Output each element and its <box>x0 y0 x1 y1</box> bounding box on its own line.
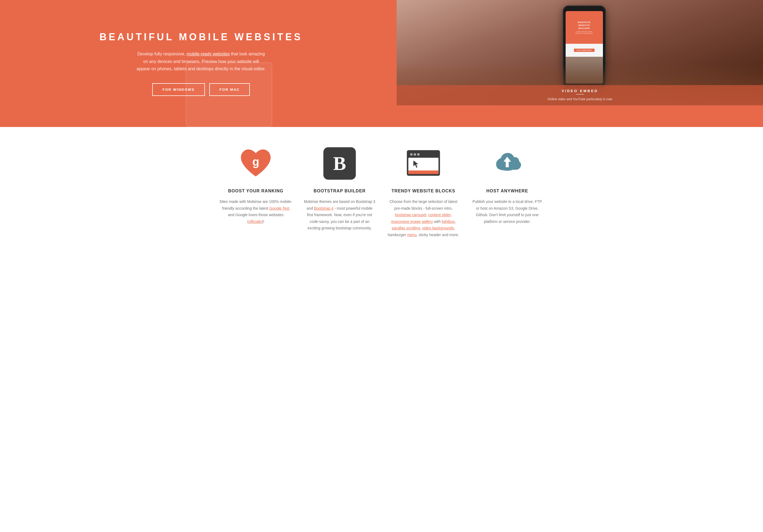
responsive-gallery-link[interactable]: responsive image gallery <box>391 220 433 224</box>
video-bar-title: VIDEO EMBED <box>562 89 598 93</box>
heart-google-icon: g <box>238 146 273 181</box>
feature-trendy-title: TRENDY WEBSITE BLOCKS <box>391 189 455 194</box>
windows-button[interactable]: FOR WINDOWS <box>152 83 205 96</box>
officially-link[interactable]: officially <box>249 220 262 224</box>
feature-host-title: HOST ANYWHERE <box>487 189 528 194</box>
hero-description: Develop fully responsive, mobile-ready w… <box>136 50 266 72</box>
bootstrap-b-icon: B <box>323 147 356 180</box>
cloud-upload-icon <box>490 146 525 181</box>
bootstrap4-link[interactable]: Bootstrap 4 <box>314 206 333 211</box>
features-grid: g BOOST YOUR RANKING Sites made with Mob… <box>219 146 544 238</box>
svg-point-2 <box>410 153 413 155</box>
feature-boost-ranking-title: BOOST YOUR RANKING <box>228 189 283 194</box>
browser-window-icon <box>406 146 441 181</box>
feature-bootstrap-builder: B BOOTSTRAP BUILDER Mobirise themes are … <box>303 146 376 238</box>
google-test-link[interactable]: Google Test <box>269 206 289 211</box>
bootstrap-carousel-link[interactable]: bootstrap carousel <box>395 213 426 217</box>
mac-button[interactable]: FOR MAC <box>209 83 250 96</box>
svg-point-3 <box>414 153 416 155</box>
svg-point-4 <box>417 153 420 155</box>
hero-right-panel: MOBIRISEWEBSITEBUILDER Create awesome no… <box>397 0 763 127</box>
feature-boost-ranking: g BOOST YOUR RANKING Sites made with Mob… <box>219 146 292 238</box>
feature-bootstrap-desc: Mobirise themes are based on Bootstrap 3… <box>303 198 376 231</box>
lightbox-link[interactable]: lightbox <box>442 220 455 224</box>
hero-buttons: FOR WINDOWS FOR MAC <box>152 83 250 96</box>
features-section: g BOOST YOUR RANKING Sites made with Mob… <box>0 127 763 260</box>
svg-text:g: g <box>252 155 259 168</box>
feature-host-desc: Publish your website to a local drive, F… <box>471 198 544 225</box>
menu-link[interactable]: menu <box>407 233 417 237</box>
feature-bootstrap-title: BOOTSTRAP BUILDER <box>314 189 366 194</box>
feature-trendy-desc: Choose from the large selection of lates… <box>387 198 460 238</box>
parallax-link[interactable]: parallax scrolling <box>392 226 420 230</box>
hero-desc-plain1: Develop fully responsive, <box>137 51 186 56</box>
content-slider-link[interactable]: content slider <box>428 213 451 217</box>
svg-rect-7 <box>408 170 438 174</box>
hero-desc-link[interactable]: mobile-ready websites <box>186 51 230 56</box>
hero-section: BEAUTIFUL MOBILE WEBSITES Develop fully … <box>0 0 763 127</box>
video-backgrounds-link[interactable]: video backgrounds <box>422 226 454 230</box>
feature-host-anywhere: HOST ANYWHERE Publish your website to a … <box>471 146 544 238</box>
feature-trendy-blocks: TRENDY WEBSITE BLOCKS Choose from the la… <box>387 146 460 238</box>
video-bar-divider <box>576 94 584 95</box>
video-embed-bar: VIDEO EMBED Online video and YouTube par… <box>397 85 763 105</box>
bootstrap-icon: B <box>322 146 357 181</box>
hero-left-panel: BEAUTIFUL MOBILE WEBSITES Develop fully … <box>0 0 397 127</box>
hero-title: BEAUTIFUL MOBILE WEBSITES <box>99 31 302 43</box>
feature-boost-ranking-desc: Sites made with Mobirise are 100% mobile… <box>219 198 292 225</box>
video-bar-text: Online video and YouTube particularly is… <box>548 97 612 102</box>
